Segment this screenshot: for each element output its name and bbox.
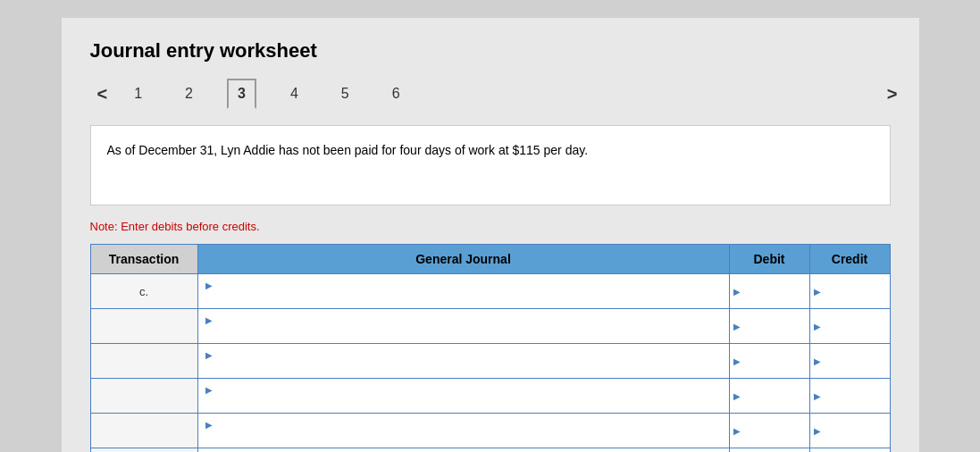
debit-input-4[interactable] [750, 389, 801, 403]
credit-input-4[interactable] [830, 389, 882, 403]
debit-input-3[interactable] [750, 355, 801, 368]
debit-cell-3[interactable] [729, 344, 809, 379]
note-text: Note: Enter debits before credits. [90, 220, 891, 233]
entry-cell-5[interactable] [197, 414, 729, 448]
table-row [90, 344, 890, 379]
credit-input-1[interactable] [830, 285, 882, 298]
entry-cell-6[interactable] [197, 448, 729, 453]
transaction-cell-2 [90, 309, 197, 344]
transaction-cell-3 [90, 344, 197, 379]
debit-input-5[interactable] [750, 424, 801, 438]
tab-2[interactable]: 2 [176, 80, 202, 107]
entry-input-5[interactable] [205, 431, 722, 444]
nav-bar: < 1 2 3 4 5 6 > [90, 79, 891, 109]
main-container: Journal entry worksheet < 1 2 3 4 5 6 > … [62, 18, 919, 452]
debit-cell-4[interactable] [729, 379, 809, 414]
credit-input-3[interactable] [830, 355, 882, 368]
debit-input-2[interactable] [750, 320, 801, 333]
description-box: As of December 31, Lyn Addie has not bee… [90, 125, 891, 205]
description-text: As of December 31, Lyn Addie has not bee… [107, 143, 589, 157]
table-row [90, 414, 890, 448]
credit-input-5[interactable] [830, 424, 882, 438]
table-row [90, 309, 890, 344]
journal-table: Transaction General Journal Debit Credit… [90, 244, 891, 452]
credit-cell-6[interactable] [809, 448, 890, 453]
debit-cell-1[interactable] [729, 274, 809, 309]
table-row [90, 448, 890, 453]
entry-input-1[interactable] [205, 291, 722, 305]
entry-input-3[interactable] [205, 361, 722, 374]
header-general-journal: General Journal [197, 245, 729, 274]
debit-cell-5[interactable] [729, 414, 809, 448]
entry-cell-3[interactable] [197, 344, 729, 379]
entry-input-2[interactable] [205, 326, 722, 339]
debit-input-1[interactable] [750, 285, 801, 298]
debit-cell-2[interactable] [729, 309, 809, 344]
credit-cell-2[interactable] [809, 309, 890, 344]
table-row: c. [90, 274, 890, 309]
transaction-cell-6 [90, 448, 197, 453]
entry-cell-2[interactable] [197, 309, 729, 344]
tab-1[interactable]: 1 [125, 80, 151, 107]
credit-cell-5[interactable] [809, 414, 890, 448]
header-debit: Debit [729, 245, 809, 274]
header-transaction: Transaction [90, 245, 197, 274]
entry-cell-1[interactable] [197, 274, 729, 309]
credit-cell-3[interactable] [809, 344, 890, 379]
tab-3[interactable]: 3 [227, 79, 256, 109]
credit-cell-1[interactable] [809, 274, 890, 309]
credit-input-2[interactable] [830, 320, 882, 333]
page-title: Journal entry worksheet [90, 39, 891, 63]
credit-cell-4[interactable] [809, 379, 890, 414]
tab-6[interactable]: 6 [383, 80, 409, 107]
entry-input-4[interactable] [205, 396, 722, 409]
tab-numbers: 1 2 3 4 5 6 [125, 79, 408, 109]
header-credit: Credit [809, 245, 890, 274]
table-row [90, 379, 890, 414]
next-arrow[interactable]: > [880, 80, 905, 108]
transaction-cell-5 [90, 414, 197, 448]
tab-5[interactable]: 5 [332, 80, 358, 107]
transaction-cell-1: c. [90, 274, 197, 309]
tab-4[interactable]: 4 [281, 80, 307, 107]
debit-cell-6[interactable] [729, 448, 809, 453]
entry-cell-4[interactable] [197, 379, 729, 414]
transaction-cell-4 [90, 379, 197, 414]
prev-arrow[interactable]: < [90, 80, 115, 108]
